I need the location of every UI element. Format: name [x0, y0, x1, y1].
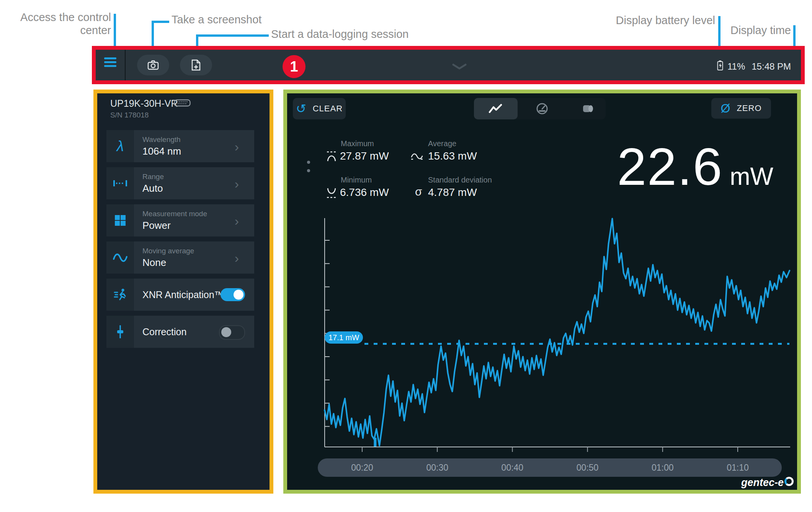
sigma-icon: σ [415, 185, 422, 198]
device-serial: S/N 178018 [110, 111, 149, 119]
x-tick-label: 00:50 [565, 458, 611, 477]
grid-icon [106, 204, 134, 236]
chevron-right-icon: › [235, 140, 239, 153]
page: Access the control center Take a screens… [0, 0, 812, 512]
new-log-file-icon [191, 59, 201, 71]
cylinder-icon [582, 103, 594, 114]
chevron-right-icon: › [235, 177, 239, 190]
power-chart: 10.0 mW12.0 mW14.0 mW16.0 mW18.0 mW20.0 … [322, 214, 796, 453]
sidebar-item-measurement-mode[interactable]: Measurement mode Power › [106, 204, 254, 236]
clock: 15:48 PM [752, 61, 791, 72]
sidebar-item-moving-average[interactable]: Moving average None › [106, 241, 254, 274]
minimum-label: Minimum [341, 176, 372, 184]
zero-button[interactable]: Ø ZERO [711, 98, 771, 119]
range-icon [106, 167, 134, 199]
camera-icon [147, 60, 159, 70]
callout-line-datalog-h [196, 34, 269, 37]
view-tabs [474, 98, 606, 119]
zero-icon: Ø [721, 102, 730, 114]
chevron-right-icon: › [235, 251, 239, 264]
battery-icon [717, 60, 724, 71]
sidebar-item-xnr-anticipation[interactable]: XNR Anticipation™ [106, 279, 254, 311]
battery-percent: 11% [727, 61, 745, 72]
time-axis-scrollbar[interactable]: 00:2000:3000:4000:5001:0001:10 [318, 458, 782, 477]
correction-toggle[interactable] [219, 325, 245, 340]
runner-icon [106, 279, 134, 311]
connector-port-icon [174, 99, 191, 107]
minimum-icon [325, 187, 338, 199]
average-value: 15.63 mW [428, 150, 477, 162]
clear-button[interactable]: ↺ CLEAR [293, 98, 346, 119]
chart-axes [325, 218, 790, 447]
top-bar: 11% 15:48 PM [92, 46, 805, 84]
annotation-time: Display time [730, 24, 791, 37]
stats-drag-handle[interactable] [307, 161, 311, 174]
undo-icon: ↺ [296, 103, 307, 115]
minimum-value: 6.736 mW [340, 186, 389, 199]
maximum-value: 27.87 mW [340, 150, 389, 162]
tab-chart-view[interactable] [474, 98, 518, 119]
average-line-badge: 17.1 mW [325, 331, 363, 344]
x-tick-label: 00:30 [414, 458, 460, 477]
maximum-icon [325, 151, 338, 162]
annotation-battery: Display battery level [613, 14, 715, 27]
xnr-toggle[interactable] [221, 288, 245, 301]
screenshot-button[interactable] [137, 55, 169, 75]
sidebar-item-range[interactable]: Range Auto › [106, 167, 254, 199]
reading-unit: mW [730, 163, 773, 190]
tab-cylinder-view[interactable] [577, 102, 600, 116]
logo-o-mark [784, 477, 794, 486]
average-label: Average [428, 139, 456, 148]
stddev-label: Standard deviation [428, 176, 492, 184]
datalog-button[interactable] [180, 55, 212, 75]
chevron-right-icon: › [235, 214, 239, 227]
device-name: UP19K-30H-VR [110, 98, 178, 109]
gauge-icon [536, 102, 549, 115]
tab-gauge-view[interactable] [531, 102, 554, 116]
slider-icon [106, 316, 134, 348]
maximum-label: Maximum [341, 139, 374, 148]
lambda-icon: λ [106, 130, 134, 162]
stddev-value: 4.787 mW [428, 186, 477, 199]
settings-sidebar: UP19K-30H-VR S/N 178018 λ Wavelength 106… [93, 90, 273, 494]
live-reading: 22.6mW [574, 136, 773, 197]
callout-line-screenshot-h [152, 21, 169, 23]
line-chart-icon [489, 104, 503, 114]
control-center-menu-button[interactable] [104, 55, 116, 69]
x-tick-label: 00:20 [339, 458, 385, 477]
x-tick-label: 00:40 [489, 458, 535, 477]
chevron-down-icon[interactable] [452, 64, 467, 70]
reading-value: 22.6 [617, 137, 723, 196]
topbar-separator [125, 50, 126, 80]
sidebar-item-wavelength[interactable]: λ Wavelength 1064 nm › [106, 130, 254, 162]
sine-wave-icon [106, 241, 134, 274]
annotation-control-center: Access the control center [15, 11, 111, 37]
x-tick-label: 01:00 [640, 458, 686, 477]
annotation-datalog: Start a data-logging session [271, 28, 409, 41]
doc-badge-1: 1 [283, 55, 306, 78]
gentec-eo-logo: gentec-e [741, 477, 794, 489]
sidebar-item-correction[interactable]: Correction [106, 316, 254, 348]
average-icon [410, 152, 423, 161]
annotation-screenshot: Take a screenshot [172, 13, 261, 26]
power-series-line [325, 218, 789, 445]
measurement-panel: ↺ CLEAR [283, 90, 801, 494]
x-tick-label: 01:10 [715, 458, 761, 477]
